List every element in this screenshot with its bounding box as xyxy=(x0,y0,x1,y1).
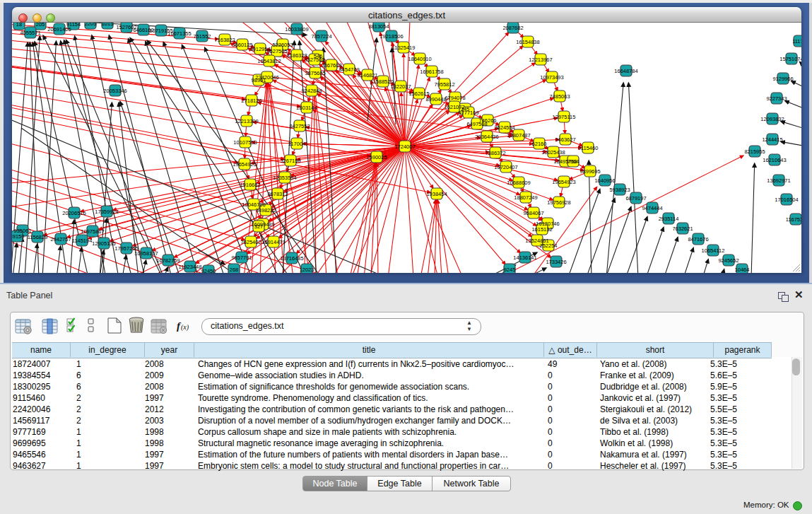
svg-text:1615132: 1615132 xyxy=(531,226,552,233)
svg-text:7857224: 7857224 xyxy=(311,33,331,40)
svg-text:18640910: 18640910 xyxy=(408,56,431,62)
svg-text:9463627: 9463627 xyxy=(555,136,575,143)
svg-text:10975867: 10975867 xyxy=(81,228,104,235)
svg-text:11174: 11174 xyxy=(792,38,801,45)
svg-text:(x): (x) xyxy=(181,323,189,332)
svg-text:8678312: 8678312 xyxy=(267,191,288,197)
svg-text:10973493: 10973493 xyxy=(540,74,563,81)
svg-text:16154838: 16154838 xyxy=(516,39,539,45)
svg-text:751552: 751552 xyxy=(193,33,211,40)
svg-text:15751074: 15751074 xyxy=(779,56,801,62)
svg-text:8471676: 8471676 xyxy=(688,236,708,243)
svg-text:9684067: 9684067 xyxy=(523,210,543,216)
svg-text:16210643: 16210643 xyxy=(763,157,786,163)
svg-text:13716485: 13716485 xyxy=(280,255,303,262)
svg-text:3498222: 3498222 xyxy=(255,207,276,214)
svg-text:7964: 7964 xyxy=(567,158,579,165)
svg-text:5938923: 5938923 xyxy=(609,187,630,193)
svg-text:10807487: 10807487 xyxy=(507,132,530,139)
svg-text:18: 18 xyxy=(16,23,22,28)
svg-text:12905135: 12905135 xyxy=(92,240,115,247)
svg-text:12213309: 12213309 xyxy=(235,118,258,124)
svg-text:8215955: 8215955 xyxy=(744,148,765,155)
svg-text:6497508: 6497508 xyxy=(466,121,487,127)
svg-text:1640956: 1640956 xyxy=(594,177,615,184)
svg-text:2803144: 2803144 xyxy=(296,105,317,111)
svg-text:1145194: 1145194 xyxy=(72,238,93,244)
svg-text:205: 205 xyxy=(36,23,45,28)
svg-text:9245: 9245 xyxy=(504,267,516,273)
svg-text:7625402: 7625402 xyxy=(240,239,261,245)
svg-text:8813054: 8813054 xyxy=(368,23,389,30)
svg-text:4055571: 4055571 xyxy=(20,30,40,36)
svg-text:12023: 12023 xyxy=(300,267,314,273)
svg-text:8990448: 8990448 xyxy=(425,96,446,103)
svg-text:2590025: 2590025 xyxy=(366,154,387,160)
svg-text:16671355: 16671355 xyxy=(167,30,191,37)
svg-text:10464: 10464 xyxy=(735,267,750,273)
svg-text:3267150: 3267150 xyxy=(280,158,300,164)
svg-text:19654923: 19654923 xyxy=(552,179,575,185)
svg-text:9245652: 9245652 xyxy=(718,257,739,264)
svg-text:9777169: 9777169 xyxy=(458,110,478,116)
svg-text:10688609: 10688609 xyxy=(507,180,530,186)
svg-text:9115460: 9115460 xyxy=(578,145,599,151)
svg-text:7485063: 7485063 xyxy=(549,93,570,100)
svg-text:8427552: 8427552 xyxy=(289,123,310,129)
svg-text:11325419: 11325419 xyxy=(392,45,416,51)
svg-text:17016504: 17016504 xyxy=(775,197,798,203)
svg-text:1167533: 1167533 xyxy=(786,216,801,223)
svg-text:1733426: 1733426 xyxy=(546,259,566,265)
svg-text:23420046: 23420046 xyxy=(255,74,278,81)
svg-text:20053346: 20053346 xyxy=(103,88,126,94)
svg-text:117004: 117004 xyxy=(288,141,305,147)
svg-text:10025438: 10025438 xyxy=(541,149,565,156)
svg-text:12353594: 12353594 xyxy=(273,175,296,181)
svg-text:9899695: 9899695 xyxy=(579,168,600,175)
svg-text:10654112: 10654112 xyxy=(702,247,725,254)
svg-text:8454749: 8454749 xyxy=(339,66,359,73)
svg-text:1724007: 1724007 xyxy=(394,144,415,150)
svg-text:2205: 2205 xyxy=(85,23,97,27)
svg-text:16543812: 16543812 xyxy=(257,58,281,64)
svg-text:5226053: 5226053 xyxy=(272,42,293,48)
svg-text:92450: 92450 xyxy=(201,268,216,274)
svg-text:9227343: 9227343 xyxy=(766,95,787,102)
svg-text:62160: 62160 xyxy=(532,141,547,147)
svg-text:12975115: 12975115 xyxy=(553,114,576,120)
svg-text:1015: 1015 xyxy=(102,23,114,27)
svg-text:16782759: 16782759 xyxy=(156,257,180,264)
svg-text:3875685: 3875685 xyxy=(305,70,325,76)
svg-text:1244415: 1244415 xyxy=(762,136,782,143)
svg-text:19218506: 19218506 xyxy=(379,33,403,40)
svg-text:12213967: 12213967 xyxy=(529,57,552,63)
svg-text:6794078: 6794078 xyxy=(445,95,465,101)
svg-text:15720407: 15720407 xyxy=(494,164,517,170)
svg-text:1938454: 1938454 xyxy=(426,191,447,197)
svg-text:16033809: 16033809 xyxy=(285,26,308,33)
svg-text:16961758: 16961758 xyxy=(420,69,443,75)
svg-text:18807249: 18807249 xyxy=(514,194,537,201)
svg-text:12093832: 12093832 xyxy=(760,116,784,122)
svg-text:16914479: 16914479 xyxy=(261,239,285,245)
svg-text:19654925: 19654925 xyxy=(233,161,256,168)
svg-text:39159: 39159 xyxy=(12,233,24,240)
svg-text:14136141: 14136141 xyxy=(513,255,536,261)
svg-text:2718126: 2718126 xyxy=(241,98,261,104)
svg-text:17359924: 17359924 xyxy=(95,209,118,215)
svg-text:20206516: 20206516 xyxy=(62,210,86,216)
svg-text:9474444: 9474444 xyxy=(642,205,662,211)
svg-text:1156829: 1156829 xyxy=(28,234,48,240)
svg-text:7955812: 7955812 xyxy=(434,81,454,88)
svg-text:1822037: 1822037 xyxy=(390,83,411,90)
svg-text:9129966: 9129966 xyxy=(772,76,793,82)
svg-text:16648784: 16648784 xyxy=(614,68,637,74)
svg-text:3624554: 3624554 xyxy=(494,124,514,131)
svg-text:2935114: 2935114 xyxy=(659,216,679,222)
svg-text:10958107: 10958107 xyxy=(134,250,158,257)
svg-text:9857791: 9857791 xyxy=(231,255,252,261)
svg-text:9146821: 9146821 xyxy=(357,72,377,78)
svg-text:10107553: 10107553 xyxy=(233,139,257,146)
svg-text:2087682: 2087682 xyxy=(502,25,523,31)
svg-text:7632621: 7632621 xyxy=(672,226,693,232)
